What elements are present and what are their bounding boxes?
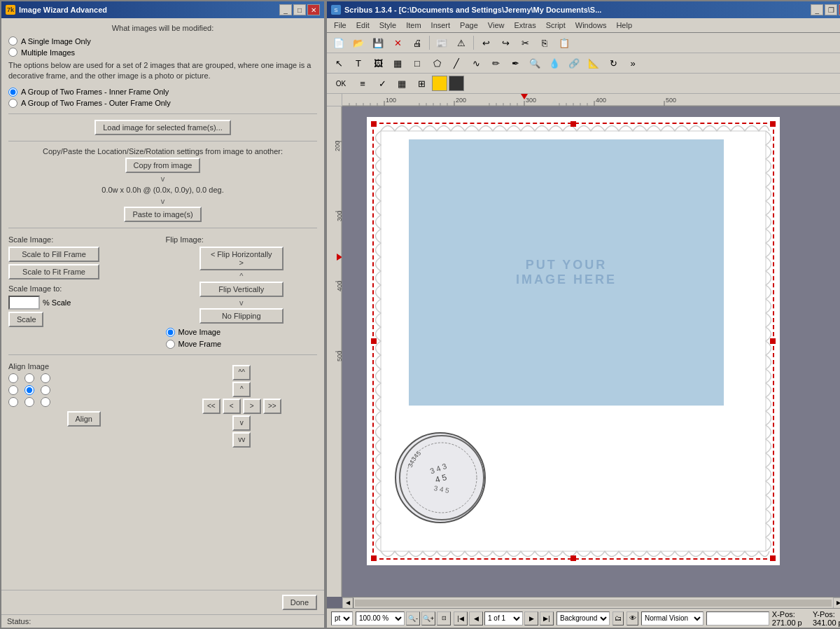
scale-input[interactable] xyxy=(8,296,40,310)
pdf-button[interactable]: 📰 xyxy=(433,34,451,51)
move-up-up-button[interactable]: ^^ xyxy=(232,365,251,380)
menu-extras[interactable]: Extras xyxy=(510,20,540,31)
move-image-radio[interactable]: Move Image xyxy=(166,328,318,337)
paste-to-images-button[interactable]: Paste to image(s) xyxy=(124,207,201,222)
pos-input-field[interactable] xyxy=(706,611,769,625)
align-mr[interactable] xyxy=(41,385,50,395)
table-button[interactable]: ▦ xyxy=(388,55,407,71)
page-select[interactable]: 1 of 1 xyxy=(484,611,523,625)
prev-page-button[interactable]: ◀ xyxy=(469,611,483,625)
zoom-select[interactable]: 100.00 % xyxy=(356,611,405,625)
align-tc[interactable] xyxy=(24,373,34,383)
layer-eye-button[interactable]: 👁 xyxy=(626,611,638,625)
copy-button[interactable]: ⎘ xyxy=(536,34,554,51)
scale-button[interactable]: Scale xyxy=(8,312,43,327)
last-page-button[interactable]: ▶| xyxy=(540,611,554,625)
polygon-button[interactable]: ⬠ xyxy=(428,55,446,71)
check-button[interactable]: ✓ xyxy=(373,75,391,92)
first-page-button[interactable]: |◀ xyxy=(454,611,468,625)
flip-vertical-button[interactable]: Flip Vertically xyxy=(200,282,284,297)
move-right-right-button[interactable]: >> xyxy=(263,399,281,414)
text-frame-button[interactable]: T xyxy=(349,55,368,71)
next-page-button[interactable]: ▶ xyxy=(524,611,538,625)
radio-outer-frame[interactable]: A Group of Two Frames - Outer Frame Only xyxy=(8,99,317,108)
layer-select[interactable]: Background xyxy=(556,611,610,625)
rotate-button[interactable]: ↻ xyxy=(604,55,622,71)
align-tr[interactable] xyxy=(41,373,50,383)
freehand-button[interactable]: ✏ xyxy=(486,55,505,71)
menu-windows[interactable]: Windows xyxy=(571,20,611,31)
menu-page[interactable]: Page xyxy=(456,20,482,31)
color2-button[interactable] xyxy=(449,76,464,91)
move-right-button[interactable]: > xyxy=(243,399,261,414)
scroll-right-button[interactable]: ▶ xyxy=(833,597,840,609)
radio-outer-input[interactable] xyxy=(8,99,18,108)
menu-script[interactable]: Script xyxy=(542,20,570,31)
menu-edit[interactable]: Edit xyxy=(352,20,374,31)
move-frame-radio[interactable]: Move Frame xyxy=(166,340,318,349)
close-button[interactable]: ✕ xyxy=(307,4,320,15)
scrollbar-horizontal[interactable]: ◀ ▶ xyxy=(342,597,840,608)
image-frame-button[interactable]: 🖼 xyxy=(369,55,387,71)
align-mc[interactable] xyxy=(24,385,34,395)
preflight-button[interactable]: ⚠ xyxy=(452,34,470,51)
radio-inner-frame[interactable]: A Group of Two Frames - Inner Frame Only xyxy=(8,88,317,97)
radio-single-image[interactable]: A Single Image Only xyxy=(8,36,317,46)
move-up-button[interactable]: ^ xyxy=(232,382,251,397)
measure-button[interactable]: 📐 xyxy=(584,55,603,71)
canvas-viewport[interactable]: PUT YOUR IMAGE HERE 3 4 3 4 5 3 xyxy=(342,106,840,597)
copy-from-image-button[interactable]: Copy from image xyxy=(125,158,201,173)
undo-button[interactable]: ↩ xyxy=(477,34,495,51)
new-document-button[interactable]: 📄 xyxy=(330,34,348,51)
move-left-button[interactable]: < xyxy=(223,399,241,414)
eye-dropper-button[interactable]: 💧 xyxy=(545,55,564,71)
align-bc[interactable] xyxy=(24,397,34,407)
vision-select[interactable]: Normal Vision xyxy=(641,611,704,625)
align-button[interactable]: Align xyxy=(67,411,101,427)
shape-button[interactable]: □ xyxy=(408,55,426,71)
align-tl[interactable] xyxy=(8,373,18,383)
save-button[interactable]: 💾 xyxy=(369,34,387,51)
minimize-button[interactable]: _ xyxy=(279,4,292,15)
scroll-left-button[interactable]: ◀ xyxy=(342,597,354,609)
ok-button[interactable]: OK xyxy=(330,75,352,92)
radio-multiple-input[interactable] xyxy=(8,48,18,57)
color1-button[interactable] xyxy=(432,76,447,91)
menu-file[interactable]: File xyxy=(330,20,351,31)
open-button[interactable]: 📂 xyxy=(349,34,368,51)
menu-view[interactable]: View xyxy=(484,20,509,31)
radio-inner-input[interactable] xyxy=(8,88,18,97)
align-ml[interactable] xyxy=(8,385,18,395)
menu-style[interactable]: Style xyxy=(375,20,400,31)
load-image-button[interactable]: Load image for selected frame(s)... xyxy=(94,120,231,135)
layer-icon-button[interactable]: 🗂 xyxy=(612,611,624,625)
properties-button[interactable]: ≡ xyxy=(354,75,372,92)
grid-button[interactable]: ▦ xyxy=(393,75,411,92)
align-bl[interactable] xyxy=(8,397,18,407)
menu-help[interactable]: Help xyxy=(612,20,636,31)
move-left-left-button[interactable]: << xyxy=(202,399,220,414)
calligraph-button[interactable]: ✒ xyxy=(506,55,524,71)
menu-item[interactable]: Item xyxy=(402,20,425,31)
zoom-out-button[interactable]: 🔍- xyxy=(406,611,420,625)
scale-fill-button[interactable]: Scale to Fill Frame xyxy=(8,247,99,262)
move-image-input[interactable] xyxy=(166,328,175,337)
bezier-button[interactable]: ∿ xyxy=(467,55,485,71)
zoom-in-button[interactable]: 🔍+ xyxy=(421,611,435,625)
radio-multiple-images[interactable]: Multiple Images xyxy=(8,48,317,57)
no-flipping-button[interactable]: No Flipping xyxy=(200,308,284,324)
done-button[interactable]: Done xyxy=(282,595,317,610)
menu-insert[interactable]: Insert xyxy=(427,20,455,31)
scribus-restore-button[interactable]: ❐ xyxy=(825,4,837,15)
move-frame-input[interactable] xyxy=(166,340,175,349)
scale-fit-button[interactable]: Scale to Fit Frame xyxy=(8,264,99,279)
zoom-fit-button[interactable]: ⊡ xyxy=(437,611,451,625)
scribus-minimize-button[interactable]: _ xyxy=(811,4,823,15)
close-doc-button[interactable]: ✕ xyxy=(388,34,407,51)
unit-select[interactable]: pt xyxy=(331,611,353,625)
print-button[interactable]: 🖨 xyxy=(408,34,426,51)
zoom-tool-button[interactable]: 🔍 xyxy=(526,55,544,71)
paste-button[interactable]: 📋 xyxy=(555,34,573,51)
radio-single-input[interactable] xyxy=(8,36,18,46)
snap-button[interactable]: ⊞ xyxy=(412,75,430,92)
